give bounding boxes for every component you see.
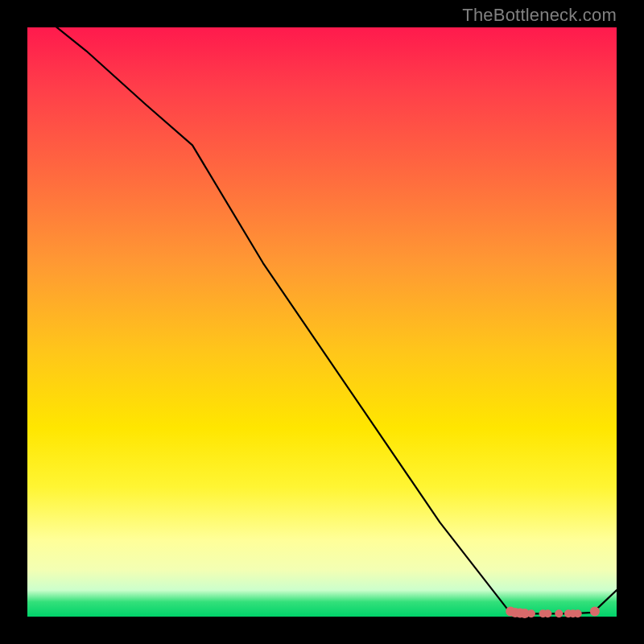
chart-frame: TheBottleneck.com (0, 0, 644, 644)
attribution-text: TheBottleneck.com (462, 5, 617, 26)
plot-area (27, 27, 617, 617)
